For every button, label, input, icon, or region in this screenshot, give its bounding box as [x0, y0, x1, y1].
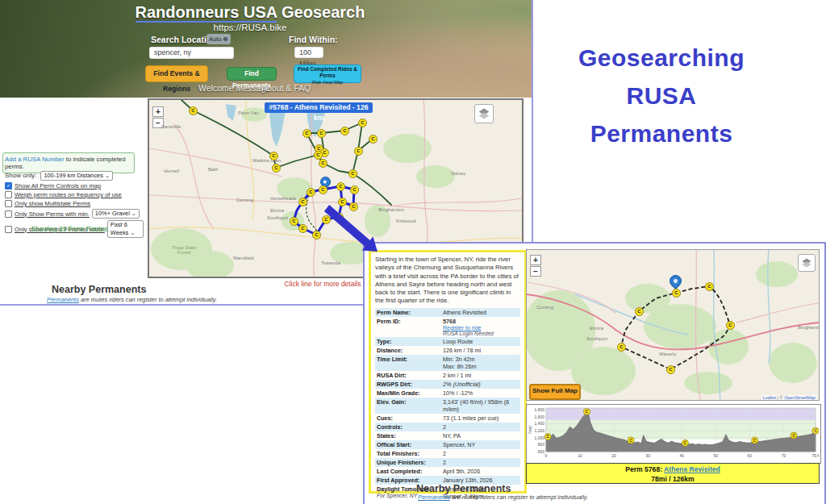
- detail-row: Distance:126 km / 78 mi: [375, 346, 520, 355]
- control-marker[interactable]: C: [319, 159, 327, 168]
- nearby-sub-text: are routes riders can register to attemp…: [79, 296, 217, 303]
- filter-checkbox[interactable]: [5, 191, 12, 198]
- control-marker[interactable]: C: [348, 169, 357, 178]
- detail-map[interactable]: + − Show Full Map Leaflet | © OpenStreet…: [526, 249, 820, 401]
- svg-text:800: 800: [538, 442, 545, 447]
- control-marker[interactable]: C: [354, 147, 363, 156]
- control-marker[interactable]: C: [269, 152, 278, 160]
- add-rusa-number-link[interactable]: Add a RUSA Number: [5, 156, 65, 163]
- map-town-label: Corning: [236, 198, 253, 202]
- control-marker[interactable]: C: [319, 185, 327, 194]
- control-marker[interactable]: C: [336, 182, 345, 191]
- find-permanents-button[interactable]: Find Permanents: [227, 67, 277, 81]
- find-completed-rides-button[interactable]: Find Completed Rides & Perms Ride Heat M…: [294, 65, 361, 83]
- auto-locate-button[interactable]: Auto ⊕: [206, 34, 231, 44]
- register-to-ride-link[interactable]: Register to ride: [443, 325, 494, 331]
- map-town-label: Kirkwood: [396, 219, 416, 223]
- showing-routes-status: Showing 29 Perm Routes: [0, 225, 139, 233]
- svg-text:79.4: 79.4: [811, 453, 819, 458]
- map-town-label: Sidney: [451, 171, 465, 176]
- nearby-sub-text: are routes riders can register to attemp…: [450, 494, 588, 501]
- detail-map-graphics: [527, 250, 819, 400]
- map-town-label: Mansfield: [233, 256, 254, 260]
- filter-select[interactable]: 10%+ Gravel ⌄: [92, 209, 140, 219]
- osm-link[interactable]: OpenStreetMap: [784, 395, 816, 400]
- svg-text:1,000: 1,000: [534, 435, 544, 440]
- detail-zoom-controls: + −: [530, 255, 541, 277]
- search-location-input[interactable]: spencer, ny: [149, 47, 234, 59]
- distance-filter-select[interactable]: 100-199 km Distances ⌄: [40, 171, 113, 181]
- control-marker[interactable]: C: [358, 119, 367, 127]
- map-town-label: Dansville: [161, 124, 181, 129]
- filter-checkbox[interactable]: [5, 200, 12, 207]
- show-only-row: Show only: 100-199 km Distances ⌄: [5, 171, 113, 181]
- elevation-chart: 6008001,0001,2001,4001,6001,800010203040…: [527, 405, 819, 461]
- filter-checkbox[interactable]: ✓: [5, 182, 12, 190]
- permanents-link[interactable]: Permanents: [418, 494, 450, 501]
- perm-detail-panel: Starting in the town of Spencer, NY, rid…: [369, 250, 527, 494]
- detail-row: Unique Finishers:2: [375, 458, 520, 467]
- map-attribution: Leaflet | © OpenStreetMap: [761, 395, 817, 400]
- find-events-button[interactable]: Find Events & Regions: [145, 65, 208, 82]
- detail-row: Max/Min Grade:10% / -12%: [375, 389, 520, 398]
- detail-row: Total Finishers:2: [375, 449, 520, 458]
- route-detail-window: Starting in the town of Spencer, NY, rid…: [363, 242, 826, 504]
- control-marker[interactable]: C: [290, 217, 298, 226]
- welcome-message-link[interactable]: Welcome Message: [198, 83, 270, 93]
- perm-detail-table: Perm Name:Athens RevisitedPerm ID:5768Re…: [375, 308, 520, 501]
- filter-label[interactable]: Only show Multistate Perms: [15, 200, 90, 207]
- detail-row: RUSA Dirt:2 km / 1 mi: [375, 371, 520, 380]
- filter-label[interactable]: Show All Perm Controls on map: [15, 182, 101, 190]
- filter-checkbox[interactable]: [5, 210, 12, 218]
- control-marker[interactable]: C: [672, 289, 681, 298]
- title-link[interactable]: Randonneurs USA: [136, 3, 277, 23]
- detail-layers-button[interactable]: [798, 254, 816, 272]
- zoom-in-button[interactable]: +: [152, 106, 164, 117]
- control-marker[interactable]: C: [298, 198, 307, 206]
- control-marker[interactable]: C: [666, 365, 675, 374]
- control-marker[interactable]: C: [272, 164, 281, 173]
- control-marker[interactable]: C: [340, 127, 349, 135]
- find-within-input[interactable]: 100 Miles: [294, 47, 323, 58]
- show-full-map-button[interactable]: Show Full Map: [529, 384, 581, 400]
- elevation-chart-box: 6008001,0001,2001,4001,6001,800010203040…: [526, 404, 821, 464]
- svg-text:1,800: 1,800: [534, 407, 544, 412]
- filter-label[interactable]: Weigh perm routes on frequency of use: [15, 191, 122, 198]
- perm-banner-route-link[interactable]: Athens Revisited: [664, 465, 720, 473]
- route-description: Starting in the town of Spencer, NY, rid…: [375, 256, 520, 306]
- detail-row: Time Limit:Min: 3h 42mMax: 8h 26m: [375, 355, 520, 371]
- map-town-label: Tioga State Forest: [167, 245, 201, 255]
- svg-text:1,200: 1,200: [534, 428, 544, 433]
- svg-text:40: 40: [679, 453, 684, 458]
- page: Randonneurs USA Geosearch https://RUSA.b…: [0, 0, 826, 504]
- control-marker[interactable]: C: [369, 135, 378, 144]
- control-marker[interactable]: C: [617, 343, 626, 352]
- filter-row: Only Show Perms with min.10%+ Gravel ⌄: [5, 209, 144, 219]
- filter-row: ✓Show All Perm Controls on map: [5, 182, 144, 190]
- control-marker[interactable]: C: [307, 188, 315, 197]
- control-marker[interactable]: C: [705, 282, 714, 291]
- control-marker[interactable]: C: [726, 321, 735, 330]
- map-town-label: Bath: [208, 167, 218, 172]
- page-title: Randonneurs USA Geosearch: [0, 3, 500, 22]
- about-faq-link[interactable]: About & FAQ: [261, 83, 311, 93]
- control-marker[interactable]: C: [189, 106, 198, 115]
- perm-banner-distance: 78mi / 126km: [527, 474, 819, 484]
- map-town-label: Elmira: [590, 326, 603, 331]
- nearby-permanents-heading: Nearby Permanents: [52, 284, 146, 295]
- find-within-label: Find Within:: [289, 35, 338, 44]
- control-marker[interactable]: C: [302, 129, 311, 138]
- control-marker[interactable]: C: [350, 185, 359, 194]
- filter-label[interactable]: Only Show Perms with min.: [15, 210, 90, 218]
- detail-zoom-in-button[interactable]: +: [530, 255, 541, 265]
- detail-zoom-out-button[interactable]: −: [530, 266, 541, 277]
- layers-icon: [801, 257, 812, 269]
- nearby-permanents-subtitle: Permanents are routes riders can registe…: [47, 296, 217, 303]
- control-marker[interactable]: C: [635, 307, 644, 316]
- control-marker[interactable]: C: [298, 224, 307, 233]
- permanents-link[interactable]: Permanents: [47, 296, 79, 303]
- leaflet-link[interactable]: Leaflet: [763, 395, 777, 400]
- layers-control-button[interactable]: [474, 104, 494, 123]
- svg-text:20: 20: [611, 453, 616, 458]
- control-marker[interactable]: C: [317, 129, 326, 138]
